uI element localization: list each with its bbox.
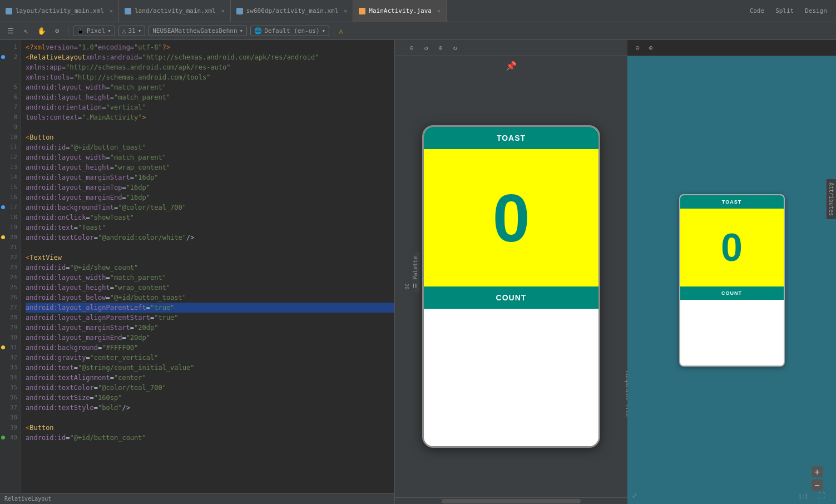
main-layout: 1 2 5 6 7 8 9 10 11 12 13 14 15 16 17 18… <box>0 40 836 504</box>
code-line-12: android:layout_width="match_parent" <box>26 152 394 162</box>
phone-frame: TOAST 0 COUNT <box>422 125 600 448</box>
code-line-14: android:layout_marginStart="16dp" <box>26 172 394 182</box>
close-icon[interactable]: ✕ <box>221 8 225 14</box>
code-content[interactable]: <?xml version="1.0" encoding="utf-8"?> <… <box>21 40 394 493</box>
line-num-29: 29 <box>0 323 17 333</box>
java-icon <box>359 8 365 14</box>
code-line-16: android:layout_marginEnd="16dp" <box>26 192 394 202</box>
palette-toggle-button[interactable]: ☰ <box>4 25 17 37</box>
code-line-33: android:text="@string/count_initial_valu… <box>26 363 394 373</box>
center-scrollbar[interactable] <box>395 497 627 504</box>
code-line-23: android:id="@+id/show_count" <box>26 263 394 273</box>
line-num-37: 37 <box>0 403 17 413</box>
line-num-3 <box>0 62 17 72</box>
tab-bar: layout/activity_main.xml ✕ land/activity… <box>0 0 836 22</box>
code-view-button[interactable]: Code <box>746 6 768 16</box>
resize-icon[interactable]: ⤢ <box>632 492 637 500</box>
zoom-level-indicator: 20 <box>404 284 409 290</box>
line-num-9: 9 <box>0 122 17 132</box>
code-line-31: android:background="#FFFF00" <box>26 343 394 353</box>
line-num-7: 7 <box>0 102 17 112</box>
code-line-3: xmlns:app="http://schemas.android.com/ap… <box>26 62 394 72</box>
line-num-19: 19 <box>0 223 17 233</box>
small-count-value: 0 <box>721 225 743 270</box>
line-num-30: 30 <box>0 333 17 343</box>
scrollbar-thumb[interactable] <box>442 499 581 503</box>
line-num-20: 20 <box>0 233 17 243</box>
locale-icon: 🌐 <box>254 27 262 34</box>
line-num-23: 23 <box>0 263 17 273</box>
line-num-27: 27 <box>0 303 17 313</box>
close-icon[interactable]: ✕ <box>344 8 347 14</box>
tab-label: layout/activity_main.xml <box>16 7 104 14</box>
tab-mainactivity-java[interactable]: MainActivity.java ✕ <box>353 0 447 22</box>
center-design-panel: ☰ Palette ⊖ ↺ ⊕ ↻ 📌 20 TOAST <box>395 40 627 504</box>
pin-icon: 📌 <box>506 61 517 71</box>
tab-layout-main[interactable]: layout/activity_main.xml ✕ <box>0 0 119 22</box>
code-line-5: android:layout_width="match_parent" <box>26 82 394 92</box>
code-line-19: android:text="Toast" <box>26 223 394 233</box>
small-phone-frame: TOAST 0 COUNT <box>679 194 785 367</box>
zoom-in-button[interactable]: + <box>812 466 823 477</box>
count-display-preview: 0 <box>424 149 598 286</box>
code-line-21 <box>26 243 394 253</box>
code-line-13: android:layout_height="wrap_content" <box>26 162 394 172</box>
xml-icon <box>125 8 131 14</box>
small-phone-preview-area: TOAST 0 COUNT <box>627 56 836 504</box>
zoom-out-small-button[interactable]: ⊖ <box>632 42 643 53</box>
warning-icon: ⚠ <box>339 27 343 35</box>
zoom-in-button[interactable]: ⊕ <box>435 42 446 53</box>
phone-toolbar: ⊖ ↺ ⊕ ↻ <box>395 40 627 56</box>
code-line-40: android:id="@+id/button_count" <box>26 433 394 443</box>
split-view-button[interactable]: Split <box>772 6 797 16</box>
attributes-tab[interactable]: Attributes <box>826 179 836 219</box>
device-selector[interactable]: 📱 Pixel ▾ <box>73 26 115 36</box>
line-num-38: 38 <box>0 413 17 423</box>
code-line-29: android:layout_marginStart="20dp" <box>26 323 394 333</box>
code-line-15: android:layout_marginTop="16dp" <box>26 182 394 192</box>
line-num-2: 2 <box>0 52 17 62</box>
tab-label: sw600dp/activity_main.xml <box>246 7 339 14</box>
code-line-37: android:textStyle="bold" /> <box>26 403 394 413</box>
code-line-24: android:layout_width="match_parent" <box>26 273 394 283</box>
code-line-18: android:onClick="showToast" <box>26 213 394 223</box>
tab-label: MainActivity.java <box>369 7 432 14</box>
device-config-selector[interactable]: NEUSEAMatthewGatesDehnn ▾ <box>149 26 247 36</box>
api-level-selector[interactable]: △ 31 ▾ <box>118 26 146 36</box>
line-num-39: 39 <box>0 423 17 433</box>
code-line-17: android:backgroundTint="@color/teal_700" <box>26 202 394 213</box>
xml-icon <box>6 8 12 14</box>
line-numbers: 1 2 5 6 7 8 9 10 11 12 13 14 15 16 17 18… <box>0 40 21 493</box>
code-line-22: <TextView <box>26 253 394 263</box>
zoom-fit-button[interactable]: ↺ <box>421 42 432 53</box>
line-num-15: 15 <box>0 182 17 192</box>
zoom-out-button[interactable]: − <box>812 480 823 491</box>
line-num-6: 6 <box>0 92 17 102</box>
zoom-controls: + − <box>812 466 823 491</box>
zoom-in-small-button[interactable]: ⊕ <box>645 42 656 53</box>
editor-tabs: layout/activity_main.xml ✕ land/activity… <box>0 0 741 22</box>
tab-sw600dp-main[interactable]: sw600dp/activity_main.xml ✕ <box>231 0 354 22</box>
tab-label: land/activity_main.xml <box>135 7 216 14</box>
cursor-tool-button[interactable]: ↖ <box>20 25 32 37</box>
tab-land-main[interactable]: land/activity_main.xml ✕ <box>119 0 231 22</box>
code-line-9 <box>26 122 394 132</box>
close-icon[interactable]: ✕ <box>110 8 113 14</box>
locale-selector[interactable]: 🌐 Default (en-us) ▾ <box>250 26 329 36</box>
device-icon: 📱 <box>77 27 85 34</box>
code-line-2: <RelativeLayout xmlns:android="http://sc… <box>26 52 394 62</box>
magnify-button[interactable]: ⊕ <box>51 25 63 37</box>
close-icon[interactable]: ✕ <box>437 8 441 14</box>
locale-label: Default (en-us) <box>264 27 319 34</box>
pin-area: 📌 <box>395 56 627 76</box>
palette-tab[interactable]: ☰ Palette <box>411 251 419 292</box>
zoom-out-button[interactable]: ⊖ <box>406 42 417 53</box>
small-count-display: 0 <box>680 209 784 286</box>
pan-tool-button[interactable]: ✋ <box>36 25 48 37</box>
line-num-32: 32 <box>0 353 17 363</box>
refresh-button[interactable]: ↻ <box>449 42 461 53</box>
code-editor[interactable]: 1 2 5 6 7 8 9 10 11 12 13 14 15 16 17 18… <box>0 40 394 493</box>
design-view-button[interactable]: Design <box>802 6 830 16</box>
code-line-38 <box>26 413 394 423</box>
fullscreen-icon[interactable]: ⛶ <box>818 492 825 500</box>
